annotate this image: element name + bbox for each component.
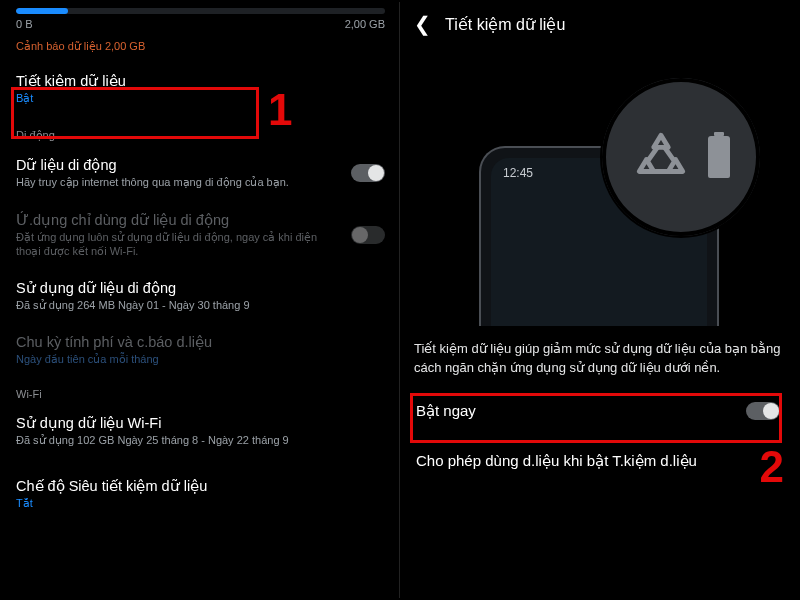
ultra-data-saving-title: Chế độ Siêu tiết kiệm dữ liệu — [16, 478, 385, 494]
mobile-data-title: Dữ liệu di động — [16, 157, 339, 173]
mobile-usage-item[interactable]: Sử dụng dữ liệu di động Đã sử dụng 264 M… — [2, 269, 399, 323]
illustration: 12:45 — [414, 56, 784, 326]
data-saver-title: Tiết kiệm dữ liệu — [16, 73, 385, 89]
mobile-data-item[interactable]: Dữ liệu di động Hãy truy cập internet th… — [2, 146, 399, 200]
mobile-usage-sub: Đã sử dụng 264 MB Ngày 01 - Ngày 30 thán… — [16, 298, 385, 312]
back-icon[interactable]: ❮ — [414, 14, 431, 34]
section-wifi: Wi-Fi — [2, 378, 399, 404]
progress-end-label: 2,00 GB — [345, 18, 385, 30]
billing-cycle-sub: Ngày đầu tiên của mỗi tháng — [16, 352, 385, 366]
only-mobile-data-toggle — [351, 226, 385, 244]
ultra-data-saving-item[interactable]: Chế độ Siêu tiết kiệm dữ liệu Tắt — [2, 458, 399, 521]
phone-time: 12:45 — [503, 166, 533, 180]
battery-icon — [708, 136, 730, 178]
data-usage-progress: 0 B 2,00 GB — [2, 2, 399, 30]
magnifier-lens — [600, 76, 762, 238]
progress-start-label: 0 B — [16, 18, 33, 30]
enable-now-label: Bật ngay — [416, 402, 476, 419]
page-title: Tiết kiệm dữ liệu — [445, 15, 565, 34]
wifi-usage-title: Sử dụng dữ liệu Wi-Fi — [16, 415, 385, 431]
recycle-icon — [632, 128, 690, 186]
settings-data-usage-screen: 0 B 2,00 GB Cảnh báo dữ liệu 2,00 GB Tiế… — [2, 2, 400, 598]
only-mobile-data-title: Ứ.dụng chỉ dùng dữ liệu di động — [16, 212, 339, 228]
only-mobile-data-item: Ứ.dụng chỉ dùng dữ liệu di động Đặt ứng … — [2, 201, 399, 270]
billing-cycle-title: Chu kỳ tính phí và c.báo d.liệu — [16, 334, 385, 350]
data-warning: Cảnh báo dữ liệu 2,00 GB — [2, 30, 399, 59]
mobile-usage-title: Sử dụng dữ liệu di động — [16, 280, 385, 296]
section-mobile: Di động — [2, 119, 399, 146]
progress-track — [16, 8, 385, 14]
topbar: ❮ Tiết kiệm dữ liệu — [400, 2, 798, 46]
ultra-data-saving-state: Tắt — [16, 496, 385, 510]
allow-data-while-saving-label: Cho phép dùng d.liệu khi bật T.kiệm d.li… — [416, 452, 697, 469]
progress-fill — [16, 8, 68, 14]
data-saver-description: Tiết kiệm dữ liệu giúp giảm mức sử dụng … — [400, 326, 798, 386]
data-saver-state: Bật — [16, 91, 385, 105]
data-saver-item[interactable]: Tiết kiệm dữ liệu Bật — [2, 59, 399, 119]
allow-data-while-saving-item[interactable]: Cho phép dùng d.liệu khi bật T.kiệm d.li… — [400, 436, 798, 486]
data-saver-screen: ❮ Tiết kiệm dữ liệu 12:45 — [400, 2, 798, 598]
mobile-data-toggle[interactable] — [351, 164, 385, 182]
only-mobile-data-sub: Đặt ứng dụng luôn sử dụng dữ liệu di độn… — [16, 230, 339, 259]
enable-now-toggle[interactable] — [746, 402, 780, 420]
mobile-data-sub: Hãy truy cập internet thông qua mạng di … — [16, 175, 339, 189]
wifi-usage-sub: Đã sử dụng 102 GB Ngày 25 tháng 8 - Ngày… — [16, 433, 385, 447]
billing-cycle-item[interactable]: Chu kỳ tính phí và c.báo d.liệu Ngày đầu… — [2, 323, 399, 377]
enable-now-item[interactable]: Bật ngay — [400, 386, 798, 436]
wifi-usage-item[interactable]: Sử dụng dữ liệu Wi-Fi Đã sử dụng 102 GB … — [2, 404, 399, 458]
